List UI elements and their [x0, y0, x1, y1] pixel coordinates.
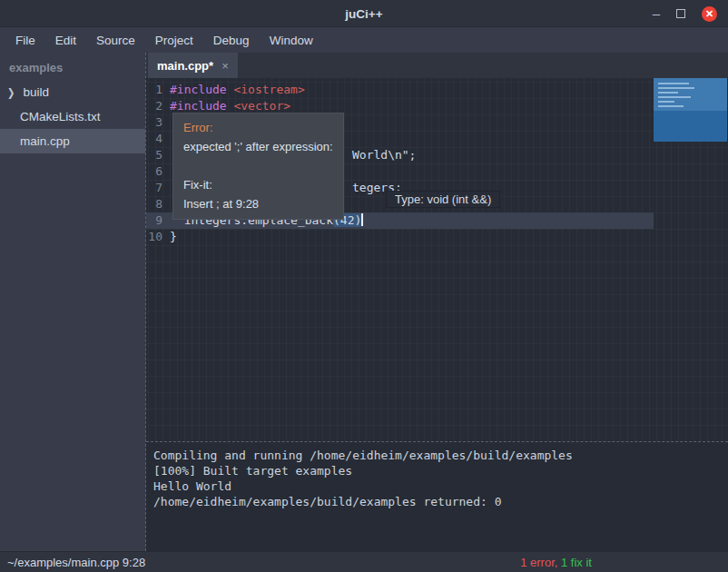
- tab-maincpp[interactable]: main.cpp* ×: [148, 53, 238, 78]
- app-window: juCi++ – ✕ File Edit Source Project Debu…: [0, 0, 728, 572]
- diagnostics-status: 1 error, 1 fix it: [520, 556, 592, 569]
- fixit-count: 1 fix it: [561, 556, 592, 569]
- menu-source[interactable]: Source: [86, 27, 145, 53]
- code-fragment: World\n";: [352, 147, 416, 163]
- diagnostic-message: expected ';' after expression:: [183, 137, 333, 156]
- file-location-status: ~/examples/main.cpp 9:28: [7, 556, 145, 569]
- chevron-right-icon[interactable]: ❯: [7, 86, 15, 98]
- code-line[interactable]: 1 #include <iostream>: [146, 82, 654, 98]
- code-line[interactable]: 10 }: [146, 229, 654, 245]
- minimap-code-lines: [658, 83, 694, 110]
- terminal-output[interactable]: Compiling and running /home/eidheim/exam…: [146, 441, 728, 551]
- line-number: 8: [146, 196, 170, 212]
- preprocessor-token: #include: [170, 83, 233, 96]
- line-number: 10: [146, 229, 170, 245]
- project-folder-label: examples: [0, 54, 145, 80]
- menu-project[interactable]: Project: [145, 27, 203, 53]
- menu-edit[interactable]: Edit: [45, 27, 86, 53]
- tree-item-build[interactable]: ❯ build: [0, 80, 145, 104]
- tree-item-label: main.cpp: [20, 134, 70, 148]
- terminal-line: /home/eidheim/examples/build/examples re…: [153, 494, 721, 509]
- window-title: juCi++: [0, 0, 728, 27]
- tree-item-label: CMakeLists.txt: [20, 110, 101, 123]
- tree-item-cmakelists[interactable]: CMakeLists.txt: [0, 104, 145, 129]
- include-header-token: <vector>: [233, 99, 290, 113]
- menu-file[interactable]: File: [5, 27, 45, 53]
- editor-pane: main.cpp* × 1 #include <iostream> 2 #inc…: [145, 53, 728, 551]
- menu-window[interactable]: Window: [260, 27, 323, 53]
- line-number: 2: [146, 98, 170, 114]
- type-tooltip: Type: void (int &&): [386, 191, 500, 208]
- titlebar: juCi++ – ✕: [0, 0, 728, 27]
- text-cursor: [361, 213, 363, 226]
- code-text: }: [170, 230, 177, 243]
- diagnostic-title: Error:: [183, 118, 333, 137]
- line-number: 4: [146, 131, 170, 147]
- close-icon[interactable]: ✕: [702, 6, 717, 22]
- preprocessor-token: #include: [170, 99, 233, 113]
- restore-icon[interactable]: [676, 9, 685, 18]
- line-number: 9: [146, 212, 170, 229]
- terminal-line: Hello World: [153, 478, 721, 494]
- error-count: 1 error,: [520, 556, 557, 569]
- terminal-line: [100%] Built target examples: [153, 463, 721, 478]
- line-number: 6: [146, 163, 170, 180]
- diagnostic-tooltip: Error: expected ';' after expression: Fi…: [172, 113, 344, 220]
- terminal-line: Compiling and running /home/eidheim/exam…: [153, 448, 721, 463]
- tree-item-label: build: [23, 85, 49, 99]
- fixit-title: Fix-it:: [183, 175, 333, 194]
- line-number: 3: [146, 114, 170, 131]
- line-number: 7: [146, 180, 170, 196]
- menu-debug[interactable]: Debug: [203, 27, 260, 53]
- overview-minimap[interactable]: [654, 78, 727, 142]
- minimize-icon[interactable]: –: [653, 9, 660, 18]
- fixit-text: Insert ; at 9:28: [183, 194, 333, 213]
- menubar: File Edit Source Project Debug Window: [0, 27, 728, 53]
- window-controls: – ✕: [653, 0, 717, 27]
- line-number: 5: [146, 147, 170, 163]
- line-number: 1: [146, 82, 170, 98]
- source-editor[interactable]: 1 #include <iostream> 2 #include <vector…: [146, 78, 728, 441]
- tabbar: main.cpp* ×: [146, 53, 728, 78]
- tab-label: main.cpp*: [157, 59, 213, 73]
- tab-close-icon[interactable]: ×: [221, 59, 229, 73]
- tree-item-maincpp[interactable]: main.cpp: [0, 129, 145, 153]
- statusbar: ~/examples/main.cpp 9:28 1 error, 1 fix …: [0, 551, 728, 572]
- include-header-token: <iostream>: [233, 83, 304, 96]
- file-tree-sidebar: examples ❯ build CMakeLists.txt main.cpp: [0, 53, 145, 551]
- tooltip-spacer: [183, 156, 333, 175]
